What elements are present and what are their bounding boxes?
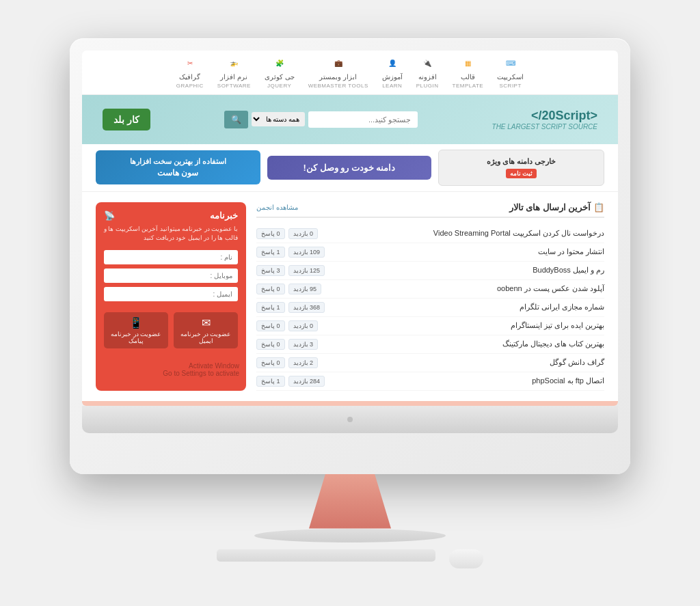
replies-badge-3: 0 پاسخ <box>256 284 285 294</box>
forum-item-title-5[interactable]: بهترین ایده برای تیز اینستاگرام <box>511 321 604 330</box>
forum-item-8: اتصال ftp به phpSocial 284 بازدید 1 پاسخ <box>256 372 604 391</box>
site-header: ⌨ اسکریپت SCRIPT ▦ قالب TEMPLATE 🔌 افزون… <box>82 51 618 95</box>
nav-software-label-fa: نرم افزار <box>220 73 247 81</box>
views-badge-5: 0 بازدید <box>288 320 319 331</box>
views-badge-4: 368 بازدید <box>288 302 325 313</box>
ad-domain[interactable]: دامنه خودت رو وصل کن! <box>267 156 432 180</box>
forum-item-title-0[interactable]: درخواست نال کردن اسکریپت Video Streaming… <box>433 229 604 238</box>
nav-template[interactable]: ▦ قالب TEMPLATE <box>453 56 484 89</box>
forum-stats-8: 284 بازدید 1 پاسخ <box>256 376 325 387</box>
forum-section: 📋 آخرین ارسال های تالار مشاهده انجمن درخ… <box>256 202 604 391</box>
forum-item-2: رم و ایمیل BuddyBoss 125 بازدید 3 پاسخ <box>256 262 604 280</box>
forum-stats-4: 368 بازدید 1 پاسخ <box>256 302 325 313</box>
forum-item-0: درخواست نال کردن اسکریپت Video Streaming… <box>256 225 604 243</box>
forum-view-all[interactable]: مشاهده انجمن <box>256 204 298 211</box>
nav-jquery-label-fa: جی کوئری <box>265 73 295 81</box>
graphic-icon: ✂ <box>183 56 198 71</box>
ad-special[interactable]: خارجی دامنه های ویژه ثبت نامه <box>438 150 604 186</box>
nav-learn-label-fa: آموزش <box>382 73 403 81</box>
ad-special-label: ثبت نامه <box>506 169 537 178</box>
nav-jquery[interactable]: 🧩 جی کوئری JQUERY <box>265 56 295 89</box>
hero-banner: <20Script/> THE LARGEST SCRIPT SOURCE هم… <box>82 95 618 144</box>
replies-badge-5: 0 پاسخ <box>256 320 285 331</box>
bottom-area <box>82 401 618 406</box>
ad-hosting[interactable]: استفاده از بهترین سخت افزارها سون هاست <box>96 150 260 184</box>
ad-domain-text: دامنه خودت رو وصل کن! <box>274 163 425 173</box>
ads-banner: خارجی دامنه های ویژه ثبت نامه دامنه خودت… <box>82 144 618 192</box>
forum-item-title-3[interactable]: آپلود شدن عکس پست در oobenn <box>497 284 604 293</box>
forum-item-title-4[interactable]: شماره مجازی ایرانی تلگرام <box>520 303 604 312</box>
newsletter-title-text: خبرنامه <box>210 210 238 221</box>
views-badge-0: 0 بازدید <box>288 228 319 239</box>
forum-stats-2: 125 بازدید 3 پاسخ <box>256 265 325 276</box>
nav-plugin-label-fa: افزونه <box>418 73 437 81</box>
monitor-chin <box>82 406 618 433</box>
ad-special-text: خارجی دامنه های ویژه <box>446 157 597 166</box>
forum-stats-7: 2 بازدید 0 پاسخ <box>256 357 318 368</box>
replies-badge-0: 0 پاسخ <box>256 228 285 239</box>
newsletter-title-row: خبرنامه 📡 <box>104 210 238 221</box>
sms-icon: 📱 <box>108 316 164 329</box>
learn-icon: 👤 <box>385 56 400 71</box>
nav-webmaster[interactable]: 💼 ابزار وبمستر WEBMASTER TOOLS <box>308 56 368 89</box>
newsletter-sms-action[interactable]: 📱 عضویت در خبرنامه پیامک <box>104 312 168 348</box>
script-icon: ⌨ <box>503 56 518 71</box>
forum-stats-5: 0 بازدید 0 پاسخ <box>256 320 318 331</box>
newsletter-rss-icon: 📡 <box>104 210 115 221</box>
search-button[interactable]: 🔍 <box>224 111 248 128</box>
mouse <box>449 549 483 568</box>
newsletter-email-label: عضویت در خبرنامه ایمیل <box>180 331 230 344</box>
forum-list: درخواست نال کردن اسکریپت Video Streaming… <box>256 225 604 391</box>
nav-script[interactable]: ⌨ اسکریپت SCRIPT <box>497 56 524 89</box>
newsletter-email-action[interactable]: ✉ عضویت در خبرنامه ایمیل <box>174 312 238 348</box>
nav-plugin-label-en: PLUGIN <box>416 83 439 89</box>
forum-item-title-1[interactable]: انتشار محتوا در سایت <box>538 247 604 256</box>
newsletter-sms-label: عضویت در خبرنامه پیامک <box>111 331 161 344</box>
forum-title: 📋 آخرین ارسال های تالار <box>509 202 604 212</box>
nav-graphic[interactable]: ✂ گرافیک GRAPHIC <box>176 56 204 89</box>
nav-plugin[interactable]: 🔌 افزونه PLUGIN <box>416 56 439 89</box>
forum-item-title-2[interactable]: رم و ایمیل BuddyBoss <box>533 266 604 275</box>
nav-template-label-fa: قالب <box>461 73 475 81</box>
forum-header: 📋 آخرین ارسال های تالار مشاهده انجمن <box>256 202 604 218</box>
views-badge-7: 2 بازدید <box>288 357 319 368</box>
monitor-base <box>254 529 446 542</box>
replies-badge-8: 1 پاسخ <box>256 376 285 387</box>
nav-webmaster-label-en: WEBMASTER TOOLS <box>308 83 368 89</box>
activate-line1: Activate Window <box>163 362 239 370</box>
replies-badge-1: 1 پاسخ <box>256 247 285 258</box>
forum-stats-1: 109 بازدید 1 پاسخ <box>256 247 325 258</box>
forum-item-title-8[interactable]: اتصال ftp به phpSocial <box>532 376 604 385</box>
newsletter-actions: ✉ عضویت در خبرنامه ایمیل 📱 عضویت در خبرن… <box>104 312 238 348</box>
monitor-screen: ⌨ اسکریپت SCRIPT ▦ قالب TEMPLATE 🔌 افزون… <box>82 51 618 406</box>
ad-hosting-brand: سون هاست <box>103 168 254 178</box>
forum-item-title-7[interactable]: گراف دانش گوگل <box>550 358 604 367</box>
forum-item-7: گراف دانش گوگل 2 بازدید 0 پاسخ <box>256 354 604 372</box>
activate-line2: Go to Settings to activate <box>163 370 239 377</box>
newsletter-sidebar: خبرنامه 📡 با عضویت در خبرنامه میتوانید آ… <box>96 202 246 391</box>
nav-software[interactable]: 🚁 نرم افزار SOFTWARE <box>217 56 251 89</box>
replies-badge-4: 1 پاسخ <box>256 302 285 313</box>
forum-stats-6: 3 بازدید 0 پاسخ <box>256 339 318 350</box>
search-category-select[interactable]: همه دسته ها <box>252 112 305 126</box>
newsletter-desc: با عضویت در خبرنامه میتوانید آخرین اسکری… <box>104 225 238 243</box>
forum-item-title-6[interactable]: بهترین کتاب های دیجیتال مارکتینگ <box>502 340 604 348</box>
newsletter-email-input[interactable] <box>104 287 238 301</box>
views-badge-1: 109 بازدید <box>288 247 325 258</box>
nav-graphic-label-en: GRAPHIC <box>176 83 204 89</box>
views-badge-6: 3 بازدید <box>288 339 319 350</box>
newsletter-name-input[interactable] <box>104 250 238 264</box>
forum-icon: 📋 <box>593 202 604 212</box>
nav-learn[interactable]: 👤 آموزش LEARN <box>382 56 403 89</box>
newsletter-mobile-input[interactable] <box>104 268 238 283</box>
nav-graphic-label-fa: گرافیک <box>179 73 200 81</box>
nav-learn-label-en: LEARN <box>382 83 402 89</box>
nav-software-label-en: SOFTWARE <box>217 83 251 89</box>
hero-tagline: THE LARGEST SCRIPT SOURCE <box>492 123 597 130</box>
nav-jquery-label-en: JQUERY <box>267 83 291 89</box>
forum-item-3: آپلود شدن عکس پست در oobenn 95 بازدید 0 … <box>256 280 604 299</box>
nav-template-label-en: TEMPLATE <box>453 83 484 89</box>
forum-stats-3: 95 بازدید 0 پاسخ <box>256 284 321 294</box>
search-input[interactable] <box>308 111 418 128</box>
forum-item-5: بهترین ایده برای تیز اینستاگرام 0 بازدید… <box>256 317 604 335</box>
